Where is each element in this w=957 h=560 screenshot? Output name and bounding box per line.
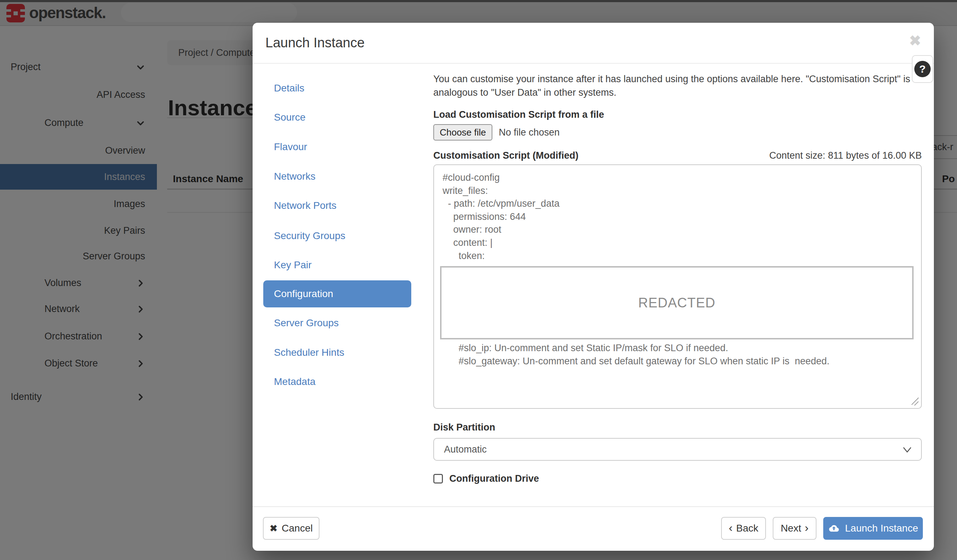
load-script-label: Load Customisation Script from a file xyxy=(433,109,922,120)
wizard-step-network-ports[interactable]: Network Ports xyxy=(263,191,411,220)
script-text-before: #cloud-config write_files: - path: /etc/… xyxy=(434,165,921,262)
wizard-step-server-groups[interactable]: Server Groups xyxy=(263,309,411,337)
configuration-drive-label: Configuration Drive xyxy=(449,473,539,484)
file-input-row: Choose file No file chosen xyxy=(433,124,922,141)
wizard-step-source[interactable]: Source xyxy=(263,103,411,132)
redacted-label: REDACTED xyxy=(638,295,715,311)
disk-partition-label: Disk Partition xyxy=(433,422,922,433)
textarea-resize-handle[interactable] xyxy=(909,396,919,405)
wizard-step-security-groups[interactable]: Security Groups xyxy=(263,222,411,250)
modal-footer: ✖ Cancel ‹ Back Next › Launch Insta xyxy=(253,506,934,551)
disk-partition-value: Automatic xyxy=(444,444,487,455)
cancel-button[interactable]: ✖ Cancel xyxy=(263,517,319,540)
back-button[interactable]: ‹ Back xyxy=(721,517,766,540)
file-chosen-status: No file chosen xyxy=(499,127,560,138)
customisation-script-label: Customisation Script (Modified) xyxy=(433,150,578,161)
screen: openstack. Project API Access Compute Ov… xyxy=(0,0,957,560)
wizard-step-configuration[interactable]: Configuration xyxy=(263,280,411,308)
next-button[interactable]: Next › xyxy=(773,517,816,540)
cloud-upload-icon xyxy=(828,523,840,533)
content-size-text: Content size: 811 bytes of 16.00 KB xyxy=(769,150,922,161)
wizard-step-metadata[interactable]: Metadata xyxy=(263,368,411,396)
choose-file-button[interactable]: Choose file xyxy=(433,124,493,140)
launch-instance-button[interactable]: Launch Instance xyxy=(823,517,923,540)
modal-header: Launch Instance ✖ xyxy=(253,23,934,64)
launch-instance-modal: Launch Instance ✖ ? Details Source Flavo… xyxy=(253,23,934,551)
chevron-down-icon xyxy=(903,446,912,454)
script-text-after: #slo_ip: Un-comment and set Static IP/ma… xyxy=(434,339,921,368)
wizard-step-flavour[interactable]: Flavour xyxy=(263,133,411,161)
configuration-drive-row: Configuration Drive xyxy=(433,473,922,484)
configuration-drive-checkbox[interactable] xyxy=(433,474,443,484)
wizard-step-scheduler-hints[interactable]: Scheduler Hints xyxy=(263,338,411,367)
customisation-script-textarea[interactable]: #cloud-config write_files: - path: /etc/… xyxy=(433,164,922,409)
script-header-row: Customisation Script (Modified) Content … xyxy=(433,150,922,161)
wizard-step-networks[interactable]: Networks xyxy=(263,162,411,191)
redacted-region: REDACTED xyxy=(440,266,914,339)
x-icon: ✖ xyxy=(270,523,278,534)
footer-nav-buttons: ‹ Back Next › Launch Instance xyxy=(721,517,923,540)
modal-title: Launch Instance xyxy=(265,23,365,63)
wizard-step-key-pair[interactable]: Key Pair xyxy=(263,251,411,279)
wizard-step-details[interactable]: Details xyxy=(263,74,411,103)
configuration-help-text: You can customise your instance after it… xyxy=(433,72,922,99)
close-icon[interactable]: ✖ xyxy=(909,31,921,50)
disk-partition-select[interactable]: Automatic xyxy=(433,438,922,461)
